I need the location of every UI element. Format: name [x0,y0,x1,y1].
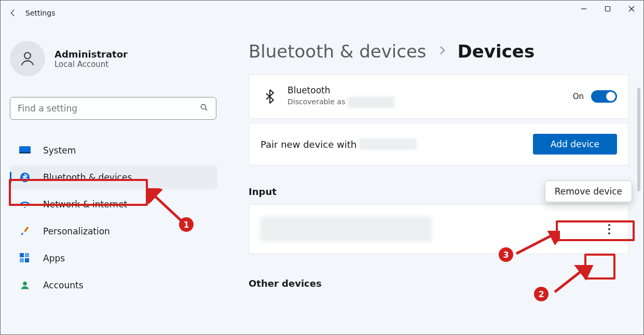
breadcrumb-current: Devices [458,41,535,62]
sidebar-item-system[interactable]: System [10,138,217,162]
svg-rect-14 [25,258,29,262]
device-more-button[interactable] [601,220,617,239]
bluetooth-toggle[interactable] [591,90,617,103]
close-button[interactable] [620,1,643,17]
svg-rect-1 [606,7,610,11]
toggle-label: On [573,92,584,101]
section-heading-other: Other devices [249,278,629,289]
more-icon [608,224,610,234]
account-block[interactable]: Administrator Local Account [10,41,217,76]
arrow-left-icon [8,8,18,18]
app-title: Settings [25,9,55,17]
sidebar-item-label: Personalization [43,226,110,236]
pair-text: Pair new device with [261,139,357,150]
remove-device-menu-item[interactable]: Remove device [546,182,631,201]
svg-point-4 [24,52,31,59]
chevron-right-icon [439,46,445,57]
svg-rect-8 [19,152,31,153]
search-box[interactable] [10,97,216,120]
maximize-icon [605,6,611,12]
svg-point-5 [201,104,205,109]
titlebar: Settings [1,1,643,25]
bluetooth-icon [261,89,279,104]
sidebar-item-personalization[interactable]: Personalization [10,219,217,243]
bluetooth-toggle-card: Bluetooth Discoverable as On [249,74,629,119]
close-icon [628,6,635,12]
apps-icon [19,253,31,264]
svg-rect-13 [20,258,24,262]
account-icon [19,280,31,291]
add-device-button[interactable]: Add device [533,134,617,155]
account-name: Administrator [54,49,128,60]
context-menu: Remove device [545,180,632,202]
person-icon [19,50,36,67]
redacted-device-name [348,96,394,108]
svg-rect-12 [25,253,29,257]
scrollbar-thumb[interactable] [637,88,640,191]
sidebar-item-label: System [43,145,76,156]
svg-line-6 [205,108,207,110]
maximize-button[interactable] [596,1,620,17]
sidebar-item-label: Bluetooth & devices [43,172,132,183]
breadcrumb-parent[interactable]: Bluetooth & devices [249,41,427,62]
back-button[interactable] [1,1,25,25]
redacted-device-entry [261,217,432,242]
sidebar-item-network[interactable]: Network & internet [10,192,217,216]
input-device-card[interactable] [249,204,629,254]
search-input[interactable] [18,103,199,114]
bluetooth-subtitle: Discoverable as [287,96,394,108]
bluetooth-icon [19,172,31,183]
sidebar-item-accounts[interactable]: Accounts [10,273,217,297]
pair-device-card: Pair new device with Add device [249,123,629,165]
sidebar-item-bluetooth-devices[interactable]: Bluetooth & devices [10,165,217,189]
sidebar-item-label: Accounts [43,280,84,290]
wifi-icon [19,199,31,210]
sidebar-item-label: Network & internet [43,199,127,210]
account-subtitle: Local Account [54,60,128,69]
display-icon [19,145,31,156]
avatar [10,41,45,76]
sidebar-item-apps[interactable]: Apps [10,246,217,270]
redacted-device-name [360,138,417,150]
brush-icon [19,226,31,237]
svg-point-15 [23,282,27,286]
bluetooth-title: Bluetooth [287,85,394,95]
sidebar-item-label: Apps [43,253,65,263]
search-icon [199,103,209,114]
minimize-icon [581,6,587,12]
svg-rect-11 [20,253,24,257]
minimize-button[interactable] [572,1,596,17]
breadcrumb: Bluetooth & devices Devices [249,41,629,62]
svg-rect-10 [24,227,29,232]
